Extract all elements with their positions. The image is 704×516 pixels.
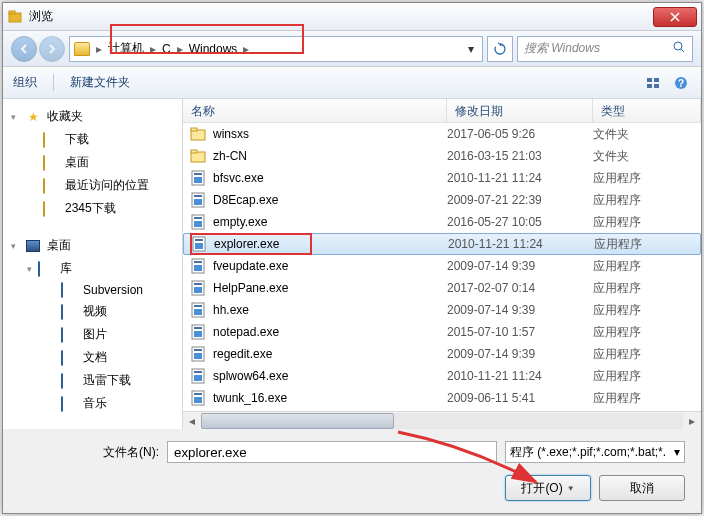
- sidebar-item-label: 音乐: [83, 395, 107, 412]
- library-item-icon: [61, 396, 63, 412]
- file-name: hh.exe: [213, 303, 447, 317]
- sidebar-item-label: 最近访问的位置: [65, 177, 149, 194]
- file-icon: [184, 236, 214, 252]
- sidebar-item[interactable]: 最近访问的位置: [3, 174, 182, 197]
- file-date: 2017-06-05 9:26: [447, 127, 593, 141]
- horizontal-scrollbar[interactable]: ◂ ▸: [183, 411, 701, 429]
- svg-rect-42: [194, 375, 202, 381]
- chevron-right-icon: ▸: [241, 42, 251, 56]
- file-date: 2009-07-14 9:39: [447, 347, 593, 361]
- column-type[interactable]: 类型: [593, 99, 701, 122]
- refresh-icon: [493, 42, 507, 56]
- chevron-right-icon: ▸: [94, 42, 104, 56]
- tree-item-library[interactable]: ▾ 库: [3, 257, 182, 280]
- sidebar-item-label: 2345下载: [65, 200, 116, 217]
- file-row[interactable]: fveupdate.exe2009-07-14 9:39应用程序: [183, 255, 701, 277]
- scrollbar-track[interactable]: [201, 413, 683, 429]
- cancel-button[interactable]: 取消: [599, 475, 685, 501]
- library-item-icon: [61, 282, 63, 298]
- file-open-dialog: 浏览 ▸ 计算机 ▸ C ▸ Windows ▸ ▾ 搜索 Windows: [2, 2, 702, 514]
- nav-back-button[interactable]: [11, 36, 37, 62]
- search-input[interactable]: 搜索 Windows: [517, 36, 693, 62]
- file-list-body[interactable]: winsxs2017-06-05 9:26文件夹zh-CN2016-03-15 …: [183, 123, 701, 411]
- sidebar-item[interactable]: 桌面: [3, 151, 182, 174]
- breadcrumb-segment[interactable]: C: [158, 37, 175, 61]
- close-button[interactable]: [653, 7, 697, 27]
- sidebar-item[interactable]: Subversion: [3, 280, 182, 300]
- file-row[interactable]: hh.exe2009-07-14 9:39应用程序: [183, 299, 701, 321]
- sidebar-item[interactable]: 下载: [3, 128, 182, 151]
- library-item-icon: [61, 304, 63, 320]
- breadcrumb-segment[interactable]: Windows: [185, 37, 242, 61]
- svg-rect-30: [194, 287, 202, 293]
- svg-text:?: ?: [678, 78, 684, 89]
- file-icon: [183, 324, 213, 340]
- file-row[interactable]: explorer.exe2010-11-21 11:24应用程序: [183, 233, 701, 255]
- file-name: fveupdate.exe: [213, 259, 447, 273]
- filename-input[interactable]: [167, 441, 497, 463]
- column-date[interactable]: 修改日期: [447, 99, 593, 122]
- scroll-right-icon[interactable]: ▸: [683, 413, 701, 429]
- svg-rect-12: [191, 150, 197, 153]
- file-row[interactable]: D8Ecap.exe2009-07-21 22:39应用程序: [183, 189, 701, 211]
- sidebar-item[interactable]: 文档: [3, 346, 182, 369]
- svg-rect-5: [647, 84, 652, 88]
- column-name[interactable]: 名称: [183, 99, 447, 122]
- svg-rect-36: [194, 331, 202, 337]
- file-date: 2016-05-27 10:05: [447, 215, 593, 229]
- file-icon: [183, 302, 213, 318]
- file-icon: [183, 280, 213, 296]
- sidebar-item-label: 下载: [65, 131, 89, 148]
- toolbar: 组织 新建文件夹 ?: [3, 67, 701, 99]
- file-list: 名称 修改日期 类型 winsxs2017-06-05 9:26文件夹zh-CN…: [183, 99, 701, 429]
- sidebar-item[interactable]: 图片: [3, 323, 182, 346]
- svg-point-2: [674, 42, 682, 50]
- breadcrumb[interactable]: ▸ 计算机 ▸ C ▸ Windows ▸ ▾: [69, 36, 483, 62]
- desktop-group[interactable]: ▾ 桌面: [3, 234, 182, 257]
- app-icon: [7, 9, 23, 25]
- library-item-icon: [61, 327, 63, 343]
- file-type: 应用程序: [593, 390, 701, 407]
- file-row[interactable]: notepad.exe2015-07-10 1:57应用程序: [183, 321, 701, 343]
- nav-forward-button[interactable]: [39, 36, 65, 62]
- svg-rect-15: [194, 177, 202, 183]
- file-row[interactable]: bfsvc.exe2010-11-21 11:24应用程序: [183, 167, 701, 189]
- search-icon: [673, 41, 686, 57]
- scrollbar-thumb[interactable]: [201, 413, 394, 429]
- refresh-button[interactable]: [487, 36, 513, 62]
- open-button[interactable]: 打开(O) ▼: [505, 475, 591, 501]
- sidebar-item[interactable]: 视频: [3, 300, 182, 323]
- file-row[interactable]: twunk_16.exe2009-06-11 5:41应用程序: [183, 387, 701, 409]
- file-row[interactable]: zh-CN2016-03-15 21:03文件夹: [183, 145, 701, 167]
- sidebar-item[interactable]: 音乐: [3, 392, 182, 415]
- favorites-group[interactable]: ▾ ★ 收藏夹: [3, 105, 182, 128]
- svg-rect-17: [194, 195, 202, 197]
- desktop-icon: [26, 240, 40, 252]
- svg-rect-32: [194, 305, 202, 307]
- file-row[interactable]: empty.exe2016-05-27 10:05应用程序: [183, 211, 701, 233]
- navigation-pane[interactable]: ▾ ★ 收藏夹 下载桌面最近访问的位置2345下载 ▾ 桌面 ▾ 库 Subve…: [3, 99, 183, 429]
- scroll-left-icon[interactable]: ◂: [183, 413, 201, 429]
- chevron-down-icon: ▾: [674, 445, 680, 459]
- organize-menu[interactable]: 组织: [13, 74, 54, 91]
- filetype-filter[interactable]: 程序 (*.exe;*.pif;*.com;*.bat;*. ▾: [505, 441, 685, 463]
- collapse-icon: ▾: [11, 112, 16, 122]
- file-row[interactable]: regedit.exe2009-07-14 9:39应用程序: [183, 343, 701, 365]
- column-headers: 名称 修改日期 类型: [183, 99, 701, 123]
- file-name: explorer.exe: [214, 237, 448, 251]
- sidebar-item[interactable]: 2345下载: [3, 197, 182, 220]
- view-options-button[interactable]: [643, 73, 663, 93]
- chevron-down-icon[interactable]: ▾: [464, 42, 478, 56]
- folder-icon: [43, 132, 45, 148]
- file-date: 2010-11-21 11:24: [447, 171, 593, 185]
- sidebar-item[interactable]: 迅雷下载: [3, 369, 182, 392]
- help-button[interactable]: ?: [671, 73, 691, 93]
- file-row[interactable]: splwow64.exe2010-11-21 11:24应用程序: [183, 365, 701, 387]
- breadcrumb-segment[interactable]: 计算机: [104, 37, 148, 61]
- file-row[interactable]: winsxs2017-06-05 9:26文件夹: [183, 123, 701, 145]
- new-folder-button[interactable]: 新建文件夹: [70, 74, 130, 91]
- file-type: 应用程序: [593, 346, 701, 363]
- file-row[interactable]: HelpPane.exe2017-02-07 0:14应用程序: [183, 277, 701, 299]
- sidebar-item-label: 桌面: [65, 154, 89, 171]
- folder-icon: [74, 42, 90, 56]
